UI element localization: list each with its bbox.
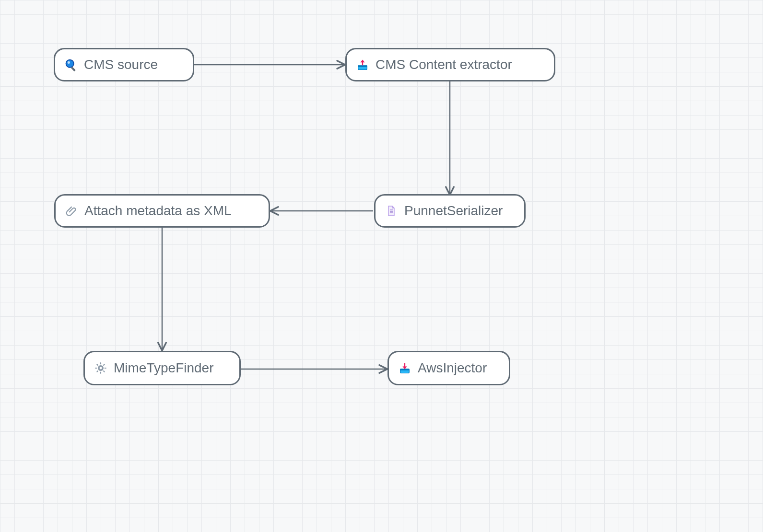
- svg-point-0: [66, 60, 74, 68]
- node-label: MimeTypeFinder: [114, 361, 214, 375]
- node-label: AwsInjector: [418, 361, 487, 375]
- svg-rect-12: [103, 364, 106, 366]
- node-cms-extractor[interactable]: CMS Content extractor: [345, 48, 555, 81]
- diagram-canvas[interactable]: CMS source CMS Content extractor Attach …: [0, 0, 763, 532]
- svg-rect-2: [71, 67, 76, 71]
- gear-icon: [94, 361, 108, 375]
- node-label: CMS source: [84, 58, 158, 71]
- node-cms-source[interactable]: CMS source: [54, 48, 194, 81]
- search-icon: [64, 58, 78, 72]
- paperclip-icon: [64, 204, 79, 218]
- svg-rect-15: [103, 370, 106, 373]
- document-icon: [384, 204, 399, 218]
- svg-rect-10: [95, 368, 97, 369]
- node-label: PunnetSerializer: [404, 204, 503, 218]
- node-label: Attach metadata as XML: [84, 204, 232, 218]
- svg-rect-3: [358, 65, 367, 67]
- svg-point-1: [68, 61, 70, 64]
- download-icon: [398, 361, 412, 375]
- svg-point-16: [100, 367, 102, 370]
- node-aws-injector[interactable]: AwsInjector: [387, 351, 510, 385]
- node-label: CMS Content extractor: [376, 58, 512, 71]
- svg-rect-8: [100, 362, 101, 364]
- svg-rect-11: [105, 368, 106, 369]
- svg-rect-14: [96, 364, 99, 366]
- node-punnet-serializer[interactable]: PunnetSerializer: [374, 194, 526, 228]
- svg-rect-9: [100, 372, 101, 374]
- node-mimetype-finder[interactable]: MimeTypeFinder: [83, 351, 241, 385]
- upload-icon: [355, 58, 370, 72]
- svg-rect-13: [96, 370, 99, 373]
- node-attach-metadata[interactable]: Attach metadata as XML: [54, 194, 270, 228]
